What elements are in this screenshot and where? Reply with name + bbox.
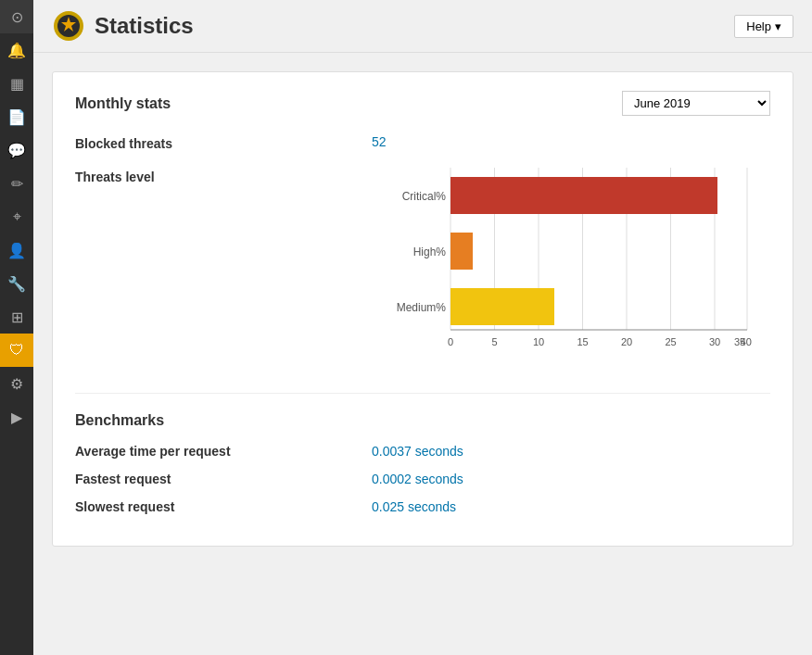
statistics-icon: 🛡 — [9, 342, 24, 359]
sidebar-item-plus[interactable]: ⊞ — [0, 300, 33, 334]
svg-text:5: 5 — [491, 336, 497, 347]
sidebar-item-dashboard[interactable]: ⊙ — [0, 0, 33, 33]
alerts-icon: 🔔 — [7, 42, 26, 59]
high-bar — [450, 233, 473, 270]
bar-chart-svg: Critical% High% Medium% 0 5 10 15 — [372, 168, 770, 372]
svg-text:0: 0 — [448, 336, 453, 347]
benchmark-row-avg: Average time per request 0.0037 seconds — [75, 444, 770, 459]
monthly-stats-header: Monthly stats June 2019 May 2019 April 2… — [75, 91, 770, 116]
users-icon: 👤 — [7, 242, 26, 259]
comments-icon: 💬 — [7, 142, 26, 159]
sidebar-item-pen[interactable]: ✏ — [0, 167, 33, 200]
benchmark-avg-value: 0.0037 seconds — [372, 444, 463, 459]
stats-card: Monthly stats June 2019 May 2019 April 2… — [52, 71, 793, 547]
help-button[interactable]: Help ▾ — [734, 15, 793, 38]
section-divider — [75, 393, 770, 394]
benchmark-avg-label: Average time per request — [75, 444, 372, 459]
sidebar-item-modules[interactable]: ▦ — [0, 67, 33, 100]
svg-text:10: 10 — [533, 336, 544, 347]
svg-text:20: 20 — [621, 336, 632, 347]
help-chevron-icon: ▾ — [775, 19, 781, 33]
medium-bar — [450, 288, 554, 325]
main-area: Statistics Help ▾ Monthly stats June 201… — [33, 0, 812, 655]
sidebar-item-scan[interactable]: ⌖ — [0, 200, 33, 233]
sidebar-item-users[interactable]: 👤 — [0, 233, 33, 267]
files-icon: 📄 — [7, 108, 26, 126]
blocked-threats-row: Blocked threats 52 — [75, 134, 770, 151]
critical-label: Critical% — [402, 190, 447, 203]
svg-text:15: 15 — [577, 336, 588, 347]
threats-level-row: Threats level Critical% — [75, 168, 770, 374]
sidebar-item-alerts[interactable]: 🔔 — [0, 33, 33, 67]
tools-icon: 🔧 — [7, 275, 26, 293]
benchmark-fastest-value: 0.0002 seconds — [372, 472, 463, 486]
sidebar-item-comments[interactable]: 💬 — [0, 133, 33, 167]
sidebar: ⊙ 🔔 ▦ 📄 💬 ✏ ⌖ 👤 🔧 ⊞ 🛡 ⚙ ▶ — [0, 0, 33, 655]
svg-text:40: 40 — [741, 336, 752, 347]
critical-bar — [450, 177, 717, 214]
header: Statistics Help ▾ — [33, 0, 812, 53]
sidebar-item-statistics[interactable]: 🛡 — [0, 334, 33, 367]
dashboard-icon: ⊙ — [11, 8, 23, 26]
blocked-threats-value: 52 — [372, 134, 387, 149]
sidebar-item-tools[interactable]: 🔧 — [0, 267, 33, 300]
page-icon — [52, 9, 85, 43]
medium-label: Medium% — [397, 301, 447, 314]
settings-icon: ⚙ — [10, 375, 23, 393]
benchmark-slowest-label: Slowest request — [75, 499, 372, 514]
threats-chart: Critical% High% Medium% 0 5 10 15 — [372, 168, 770, 374]
pen-icon: ✏ — [11, 175, 23, 193]
svg-text:30: 30 — [709, 336, 720, 347]
content-area: Monthly stats June 2019 May 2019 April 2… — [33, 53, 812, 655]
high-label: High% — [413, 246, 447, 258]
monthly-stats-title: Monthly stats — [75, 95, 171, 112]
month-select[interactable]: June 2019 May 2019 April 2019 March 2019 — [622, 91, 770, 116]
benchmark-fastest-label: Fastest request — [75, 472, 372, 486]
modules-icon: ▦ — [10, 75, 24, 93]
page-title: Statistics — [95, 13, 194, 39]
benchmark-slowest-value: 0.025 seconds — [372, 499, 456, 514]
help-label: Help — [746, 19, 771, 33]
sidebar-item-settings[interactable]: ⚙ — [0, 367, 33, 400]
blocked-threats-label: Blocked threats — [75, 134, 372, 151]
svg-text:25: 25 — [665, 336, 676, 347]
scan-icon: ⌖ — [13, 208, 21, 225]
benchmark-row-slowest: Slowest request 0.025 seconds — [75, 499, 770, 514]
play-icon: ▶ — [11, 409, 22, 426]
benchmarks-title: Benchmarks — [75, 412, 770, 429]
sidebar-item-play[interactable]: ▶ — [0, 400, 33, 434]
plus-icon: ⊞ — [11, 309, 23, 326]
sidebar-item-files[interactable]: 📄 — [0, 100, 33, 133]
header-left: Statistics — [52, 9, 194, 43]
threats-level-label: Threats level — [75, 168, 372, 184]
benchmark-row-fastest: Fastest request 0.0002 seconds — [75, 472, 770, 486]
